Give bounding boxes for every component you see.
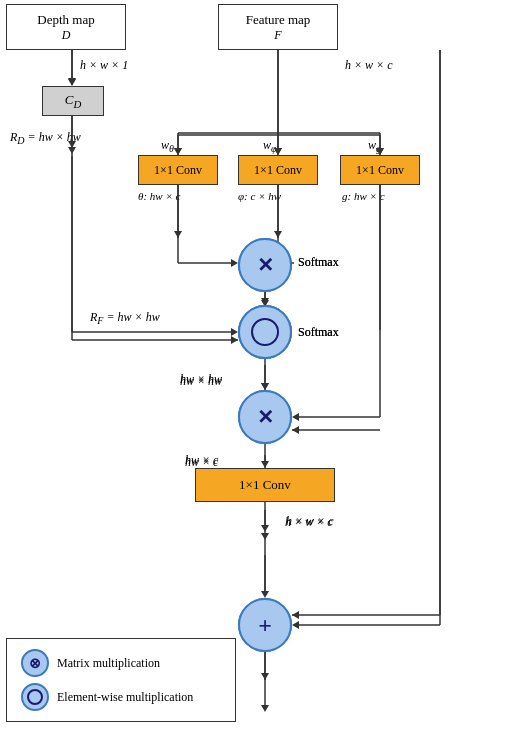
svg-marker-77 [261,705,269,712]
conv-theta-box: 1×1 Conv [138,155,218,185]
conv-phi-box: 1×1 Conv [238,155,318,185]
softmax2-text: Softmax [298,325,339,340]
conv-g-label: 1×1 Conv [356,163,404,178]
legend-element-label: Element-wise multiplication [57,690,193,705]
svg-marker-1 [68,78,76,85]
depth-map-var: D [62,28,71,43]
phi-label: φ: c × hw [238,190,281,202]
rd-label: RD = hw × hw [10,130,81,146]
theta-label: θ: hw × c [138,190,180,202]
matrix-multiply-1-redrawn: ✕ [238,238,292,292]
softmax1-text: Softmax [298,255,339,270]
g-label: g: hw × c [342,190,385,202]
svg-marker-38 [261,673,269,680]
svg-marker-53 [231,259,238,267]
plus-circle-redrawn: + [238,598,292,652]
svg-marker-66 [292,413,299,421]
w-g-label: wg [368,138,381,154]
conv-bottom-box: 1×1 Conv [195,468,335,502]
conv-phi-label: 1×1 Conv [254,163,302,178]
svg-marker-19 [261,298,269,305]
legend-row-1: ⊗ Matrix multiplication [21,649,221,677]
depth-map-label: Depth map [37,12,94,28]
svg-marker-70 [261,525,269,532]
svg-marker-68 [261,461,269,468]
legend-multiply-label: Matrix multiplication [57,656,160,671]
h-w-c-label-top: h × w × c [345,58,393,73]
w-phi-label: wφ [263,138,277,154]
svg-marker-16 [274,231,282,238]
cd-box: CD [42,86,104,116]
feature-map-label: Feature map [246,12,311,28]
hw-c-text: hw × c [185,453,218,468]
matrix-multiply-2-redrawn: ✕ [238,390,292,444]
legend-element-icon [21,683,49,711]
svg-marker-42 [68,147,76,154]
element-wise-1-redrawn [238,305,292,359]
conv-g-box: 1×1 Conv [340,155,420,185]
feature-map-var: F [274,28,281,43]
svg-marker-36 [292,611,299,619]
conv-theta-label: 1×1 Conv [154,163,202,178]
svg-marker-46 [174,148,182,155]
h-w-c-bottom-text: h × w × c [286,514,334,529]
legend-box: ⊗ Matrix multiplication Element-wise mul… [6,638,236,722]
svg-marker-24 [261,383,269,390]
hw-hw-text: hw × hw [180,372,222,387]
legend-multiply-icon: ⊗ [21,649,49,677]
svg-marker-14 [174,231,182,238]
svg-marker-63 [261,383,269,390]
feature-map-title-box: Feature map F [218,4,338,50]
cd-label: CD [65,92,82,110]
svg-marker-72 [261,591,269,598]
depth-map-title-box: Depth map D [6,4,126,50]
legend-row-2: Element-wise multiplication [21,683,221,711]
svg-marker-22 [231,336,238,344]
svg-marker-7 [174,148,182,155]
svg-marker-75 [292,621,299,629]
svg-marker-28 [292,426,299,434]
svg-marker-40 [68,79,76,86]
w-theta-label: wθ [161,138,174,154]
h-w-1-label: h × w × 1 [80,58,128,73]
rf-label: RF = hw × hw [90,310,160,326]
svg-marker-61 [231,328,238,336]
svg-marker-32 [261,533,269,540]
conv-bottom-label: 1×1 Conv [239,477,291,493]
diagram: Depth map D h × w × 1 CD RD = hw × hw Fe… [0,0,520,744]
